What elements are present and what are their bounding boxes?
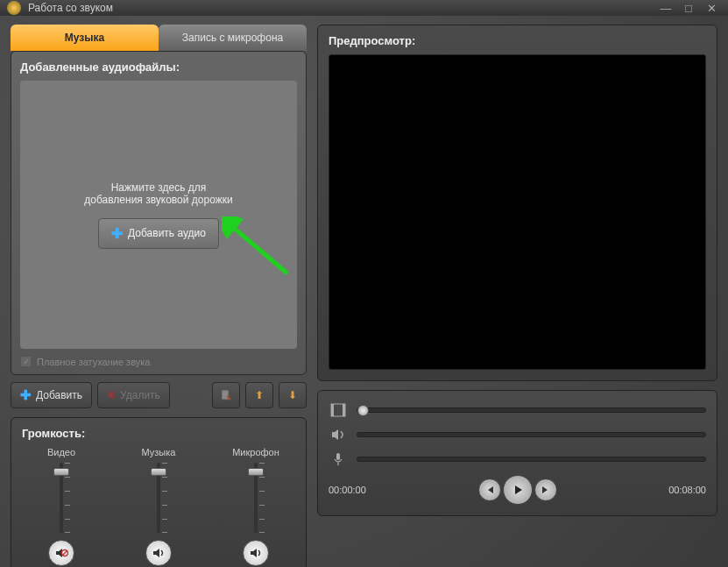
speaker-muted-icon [54, 546, 68, 560]
x-icon: ✖ [107, 389, 116, 401]
tab-microphone[interactable]: Запись с микрофона [159, 25, 307, 51]
file-edit-icon [220, 389, 232, 401]
svg-rect-6 [343, 404, 345, 416]
source-tabs: Музыка Запись с микрофона [11, 25, 307, 51]
svg-rect-5 [331, 404, 334, 416]
arrow-down-icon: ⬇ [288, 389, 297, 401]
fade-label: Плавное затухание звука [37, 357, 150, 367]
volume-mic-col: Микрофон [216, 447, 295, 566]
svg-line-3 [63, 551, 67, 556]
dropzone-hint: Нажмите здесь для добавления звуковой до… [84, 181, 232, 206]
audio-files-panel: Добавленные аудиофайлы: Нажмите здесь дл… [11, 51, 307, 375]
move-up-button[interactable]: ⬆ [245, 382, 273, 408]
microphone-icon [329, 452, 348, 466]
volume-panel: Громкость: Видео [11, 417, 307, 567]
add-audio-label: Добавить аудио [128, 227, 206, 239]
play-button[interactable] [503, 475, 533, 505]
add-audio-button[interactable]: ✚ Добавить аудио [98, 218, 219, 249]
speaker-icon [152, 546, 166, 560]
play-icon [512, 484, 524, 496]
tracks-panel: 00:00:00 00:08:00 [317, 390, 717, 516]
preview-title: Предпросмотр: [329, 34, 706, 47]
maximize-button[interactable]: □ [679, 0, 698, 16]
time-current: 00:00:00 [329, 485, 366, 495]
prev-button[interactable] [478, 478, 501, 501]
close-button[interactable]: ✕ [702, 0, 721, 16]
tutorial-arrow [222, 216, 292, 278]
volume-video-slider[interactable] [49, 463, 74, 533]
mute-music-button[interactable] [145, 540, 172, 566]
arrow-up-icon: ⬆ [255, 389, 264, 401]
time-total: 00:08:00 [668, 485, 706, 495]
volume-mic-slider[interactable] [244, 463, 268, 533]
skip-back-icon [484, 485, 495, 495]
next-button[interactable] [534, 478, 557, 501]
delete-button[interactable]: ✖ Удалить [97, 382, 170, 408]
audio-track-slider[interactable] [357, 432, 706, 437]
svg-line-0 [229, 223, 287, 273]
audio-dropzone[interactable]: Нажмите здесь для добавления звуковой до… [20, 81, 297, 349]
transport-bar: 00:00:00 00:08:00 [329, 475, 706, 505]
mic-track-row [329, 449, 706, 470]
delete-label: Удалить [120, 389, 160, 401]
window-title: Работа со звуком [28, 2, 113, 14]
sound-editor-window: Работа со звуком — □ ✕ Музыка Запись с м… [0, 0, 728, 567]
mute-video-button[interactable] [48, 540, 74, 566]
volume-music-slider[interactable] [146, 463, 171, 533]
video-track-slider[interactable] [357, 408, 706, 413]
fade-checkbox[interactable]: ✓ [20, 356, 32, 367]
volume-title: Громкость: [22, 427, 295, 440]
preview-area [329, 54, 706, 370]
volume-music-col: Музыка [119, 447, 198, 566]
video-track-row [329, 400, 706, 421]
volume-mic-label: Микрофон [232, 447, 279, 457]
app-icon [7, 1, 21, 15]
mute-mic-button[interactable] [243, 540, 269, 566]
film-icon [329, 403, 348, 417]
fade-row: ✓ Плавное затухание звука [20, 356, 297, 367]
add-button[interactable]: ✚ Добавить [11, 382, 92, 408]
audio-files-title: Добавленные аудиофайлы: [20, 60, 297, 74]
minimize-button[interactable]: — [656, 0, 675, 16]
move-down-button[interactable]: ⬇ [279, 382, 307, 408]
volume-video-col: Видео [22, 447, 101, 566]
svg-rect-1 [222, 390, 229, 400]
audio-track-row [329, 424, 706, 445]
skip-fwd-icon [541, 485, 551, 495]
speaker-icon [249, 546, 263, 560]
preview-panel: Предпросмотр: [317, 25, 717, 381]
svg-rect-7 [336, 453, 340, 460]
edit-file-button[interactable] [212, 382, 240, 408]
plus-icon: ✚ [111, 225, 123, 242]
file-toolbar: ✚ Добавить ✖ Удалить ⬆ ⬇ [11, 382, 307, 408]
tab-music[interactable]: Музыка [11, 25, 159, 51]
plus-icon: ✚ [20, 387, 32, 403]
volume-video-label: Видео [47, 447, 75, 457]
volume-music-label: Музыка [142, 447, 176, 457]
add-label: Добавить [36, 389, 82, 401]
mic-track-slider[interactable] [357, 457, 706, 462]
speaker-icon [329, 428, 348, 442]
titlebar: Работа со звуком — □ ✕ [0, 0, 728, 16]
